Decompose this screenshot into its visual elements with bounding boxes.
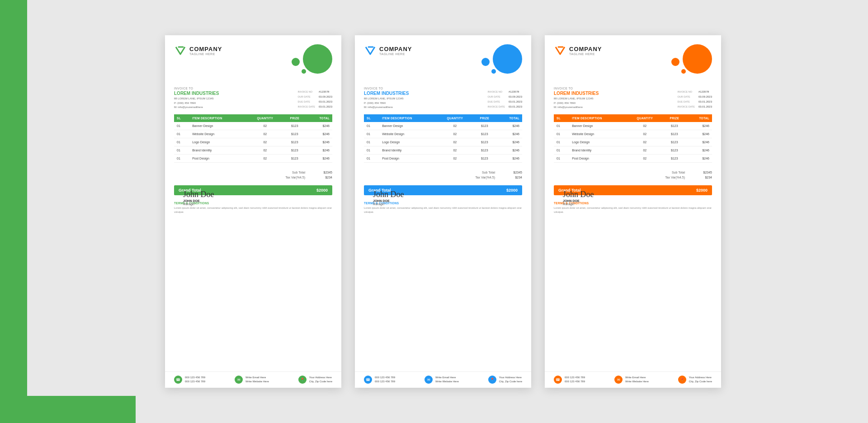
invoice-meta: INVOICE NO #123578 OUR DATE 03.09.2023 D… xyxy=(678,87,712,110)
footer-contact-item: ✉ Write Email Here Write Website Here xyxy=(235,376,269,384)
row-total: $246 xyxy=(497,130,522,138)
footer-contact-item: ☎ 000 123 456 789 000 123 456 789 xyxy=(364,376,395,384)
footer-line2: City, Zip Code here xyxy=(309,380,332,384)
row-price: $123 xyxy=(662,138,686,146)
row-sl: 01 xyxy=(174,146,189,154)
circle-xsm xyxy=(308,65,311,68)
circle-med xyxy=(292,58,300,66)
row-total: $246 xyxy=(687,154,712,162)
row-price: $123 xyxy=(472,122,496,130)
logo-area: COMPANY TAGLINE HERE xyxy=(364,44,412,57)
col-qty: QUANTITY xyxy=(627,114,662,122)
footer-contact-item: ☎ 000 123 456 789 000 123 456 789 xyxy=(174,376,205,384)
client-name: LOREM INDUSTRIES xyxy=(174,91,219,96)
phone-icon: ☎ xyxy=(554,376,562,384)
company-info: COMPANY TAGLINE HERE xyxy=(569,46,602,56)
col-total: TOTAL xyxy=(687,114,712,122)
meta-invoice-date-label: INVOICE DATE xyxy=(678,105,695,110)
tax-row: Tax Var(%4.5) $234 xyxy=(364,175,522,180)
row-sl: 01 xyxy=(174,138,189,146)
signer-title: Manager xyxy=(373,202,531,206)
sub-total-value: $2345 xyxy=(694,171,712,174)
invoice-footer: ☎ 000 123 456 789 000 123 456 789 ✉ Writ… xyxy=(545,371,721,388)
table-row: 01 Banner Design 02 $123 $246 xyxy=(554,122,712,130)
tax-row: Tax Var(%4.5) $234 xyxy=(174,175,332,180)
tax-value: $234 xyxy=(694,176,712,179)
tax-row: Tax Var(%4.5) $234 xyxy=(554,175,712,180)
invoice-to-label: INVOICE TO xyxy=(364,87,409,90)
footer-line1: Write Email Here xyxy=(625,376,649,380)
row-desc: Post Design xyxy=(569,154,627,162)
row-desc: Post Design xyxy=(379,154,437,162)
footer-contact-text: 000 123 456 789 000 123 456 789 xyxy=(565,376,585,384)
row-sl: 01 xyxy=(554,154,569,162)
phone-icon: ☎ xyxy=(364,376,372,384)
row-desc: Website Design xyxy=(379,130,437,138)
row-total: $246 xyxy=(687,122,712,130)
terms-text: Lorem ipsum dolor sit amet, consectetur … xyxy=(174,206,332,215)
row-sl: 01 xyxy=(554,130,569,138)
items-table: SL ITEM DESCRIPTION QUANTITY PRIZE TOTAL… xyxy=(174,114,332,163)
invoice-meta: INVOICE NO #123578 OUR DATE 03.09.2023 D… xyxy=(298,87,332,110)
invoice-card-orange: COMPANY TAGLINE HERE INVOICE TO LOREM IN… xyxy=(545,35,721,388)
meta-due-date: 03.01.2023 xyxy=(319,100,332,105)
row-desc: Brand Identity xyxy=(189,146,247,154)
meta-our-date: 03.09.2023 xyxy=(698,95,712,100)
terms-text: Lorem ipsum dolor sit amet, consectetur … xyxy=(364,206,522,215)
sub-total-row: Sub Total $2345 xyxy=(554,170,712,175)
sub-total-value: $2345 xyxy=(314,171,332,174)
row-price: $123 xyxy=(283,130,307,138)
circle-xsm xyxy=(498,65,501,68)
email-icon: ✉ xyxy=(614,376,623,384)
invoice-header: COMPANY TAGLINE HERE xyxy=(355,35,531,85)
table-row: 01 Website Design 02 $123 $246 xyxy=(364,130,522,138)
items-table-section: SL ITEM DESCRIPTION QUANTITY PRIZE TOTAL… xyxy=(165,110,341,167)
row-total: $246 xyxy=(307,130,332,138)
signer-name: JOHN DOE xyxy=(563,199,721,202)
footer-line1: 000 123 456 789 xyxy=(185,376,205,380)
footer-contact-text: Your Address Here City, Zip Code here xyxy=(499,376,522,384)
row-desc: Logo Design xyxy=(569,138,627,146)
client-address: 88 LOREM LANE, IPSUM 12345 xyxy=(364,97,409,101)
row-sl: 01 xyxy=(364,122,379,130)
items-table-section: SL ITEM DESCRIPTION QUANTITY PRIZE TOTAL… xyxy=(355,110,531,167)
invoices-container: COMPANY TAGLINE HERE INVOICE TO LOREM IN… xyxy=(165,35,721,388)
table-row: 01 Post Design 02 $123 $246 xyxy=(554,154,712,162)
invoice-card-blue: COMPANY TAGLINE HERE INVOICE TO LOREM IN… xyxy=(355,35,531,388)
row-qty: 02 xyxy=(247,154,283,162)
footer-line1: 000 123 456 789 xyxy=(375,376,395,380)
row-desc: Logo Design xyxy=(379,138,437,146)
col-sl: SL xyxy=(174,114,189,122)
circle-med xyxy=(671,58,679,66)
company-info: COMPANY TAGLINE HERE xyxy=(189,46,222,56)
company-logo-icon xyxy=(174,44,187,57)
row-price: $123 xyxy=(662,122,686,130)
email-icon: ✉ xyxy=(425,376,433,384)
footer-contact-text: Write Email Here Write Website Here xyxy=(625,376,649,384)
footer-contact-item: ☎ 000 123 456 789 000 123 456 789 xyxy=(554,376,585,384)
row-total: $246 xyxy=(497,154,522,162)
footer-contact-item: 📍 Your Address Here City, Zip Code here xyxy=(298,376,332,384)
col-total: TOTAL xyxy=(497,114,522,122)
client-mobile: M: info@youremailthere xyxy=(554,105,599,110)
row-sl: 01 xyxy=(174,122,189,130)
footer-line2: Write Website Here xyxy=(435,380,459,384)
footer-line2: 000 123 456 789 xyxy=(375,380,395,384)
meta-invoice-date: 03.01.2023 xyxy=(509,105,522,110)
sub-total-label: Sub Total xyxy=(292,171,305,174)
client-phone: P: (000) 456 7890 xyxy=(554,101,599,106)
footer-contact-text: 000 123 456 789 000 123 456 789 xyxy=(375,376,395,384)
table-row: 01 Post Design 02 $123 $246 xyxy=(174,154,332,162)
sub-total-value: $2345 xyxy=(504,171,522,174)
row-desc: Post Design xyxy=(189,154,247,162)
col-prize: PRIZE xyxy=(283,114,307,122)
signer-title: Manager xyxy=(183,202,341,206)
invoice-to-section: INVOICE TO LOREM INDUSTRIES 88 LOREM LAN… xyxy=(554,87,599,110)
footer-line2: City, Zip Code here xyxy=(499,380,522,384)
circle-med xyxy=(481,58,490,66)
background-green-stripe xyxy=(0,0,27,423)
row-total: $246 xyxy=(687,146,712,154)
row-qty: 02 xyxy=(627,122,662,130)
tax-label: Tax Var(%4.5) xyxy=(285,176,305,179)
table-row: 01 Website Design 02 $123 $246 xyxy=(554,130,712,138)
